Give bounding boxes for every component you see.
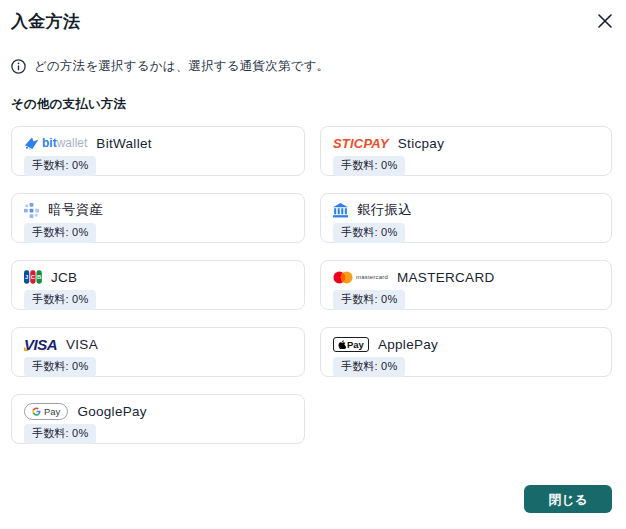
payment-method-card-applepay[interactable]: Pay ApplePay 手数料: 0% bbox=[320, 327, 612, 377]
payment-method-name: BitWallet bbox=[96, 136, 151, 151]
info-row: どの方法を選択するかは、選択する通貨次第です。 bbox=[11, 58, 329, 75]
bitwallet-logo-icon: bitwallet bbox=[24, 136, 87, 150]
payment-method-name: GooglePay bbox=[77, 404, 147, 419]
payment-method-card-crypto[interactable]: 暗号資産 手数料: 0% bbox=[11, 193, 305, 243]
payment-method-name: VISA bbox=[66, 337, 98, 352]
deposit-method-dialog: 入金方法 どの方法を選択するかは、選択する通貨次第です。 その他の支払い方法 bbox=[0, 0, 626, 529]
fee-badge: 手数料: 0% bbox=[24, 223, 96, 243]
sticpay-logo-icon: STICPAY bbox=[333, 136, 389, 151]
applepay-logo-icon: Pay bbox=[333, 337, 369, 352]
payment-method-card-sticpay[interactable]: STICPAY Sticpay 手数料: 0% bbox=[320, 126, 612, 176]
fee-badge: 手数料: 0% bbox=[24, 357, 96, 377]
info-text: どの方法を選択するかは、選択する通貨次第です。 bbox=[34, 58, 329, 75]
payment-methods-grid: bitwallet BitWallet 手数料: 0% STICPAY Stic… bbox=[11, 126, 612, 444]
payment-method-name: MASTERCARD bbox=[397, 270, 495, 285]
payment-method-card-googlepay[interactable]: Pay GooglePay 手数料: 0% bbox=[11, 394, 305, 444]
fee-badge: 手数料: 0% bbox=[333, 357, 405, 377]
payment-method-card-bank-transfer[interactable]: 銀行振込 手数料: 0% bbox=[320, 193, 612, 243]
fee-badge: 手数料: 0% bbox=[24, 290, 96, 310]
payment-method-name: JCB bbox=[51, 270, 77, 285]
svg-text:C: C bbox=[31, 274, 35, 280]
payment-method-name: 暗号資産 bbox=[48, 201, 103, 219]
fee-badge: 手数料: 0% bbox=[333, 223, 405, 243]
fee-badge: 手数料: 0% bbox=[333, 156, 405, 176]
payment-method-card-bitwallet[interactable]: bitwallet BitWallet 手数料: 0% bbox=[11, 126, 305, 176]
info-icon bbox=[11, 59, 26, 74]
fee-badge: 手数料: 0% bbox=[24, 156, 96, 176]
payment-method-card-jcb[interactable]: J C B JCB 手数料: 0% bbox=[11, 260, 305, 310]
svg-text:J: J bbox=[25, 274, 28, 280]
payment-method-name: ApplePay bbox=[378, 337, 438, 352]
fee-badge: 手数料: 0% bbox=[333, 290, 405, 310]
section-title: その他の支払い方法 bbox=[11, 96, 126, 113]
googlepay-logo-icon: Pay bbox=[24, 403, 68, 420]
crypto-icon bbox=[24, 203, 39, 218]
payment-method-card-mastercard[interactable]: mastercard MASTERCARD 手数料: 0% bbox=[320, 260, 612, 310]
payment-method-name: Sticpay bbox=[398, 136, 444, 151]
page-title: 入金方法 bbox=[11, 10, 80, 33]
visa-logo-icon: VISA bbox=[24, 336, 57, 353]
svg-text:B: B bbox=[37, 274, 41, 280]
mastercard-logo-icon: mastercard bbox=[333, 271, 388, 284]
close-button[interactable]: 閉じる bbox=[524, 485, 612, 513]
close-icon[interactable] bbox=[596, 12, 614, 30]
payment-method-card-visa[interactable]: VISA VISA 手数料: 0% bbox=[11, 327, 305, 377]
fee-badge: 手数料: 0% bbox=[24, 424, 96, 444]
jcb-logo-icon: J C B bbox=[24, 270, 42, 284]
bank-icon bbox=[333, 203, 348, 218]
payment-method-name: 銀行振込 bbox=[357, 201, 412, 219]
